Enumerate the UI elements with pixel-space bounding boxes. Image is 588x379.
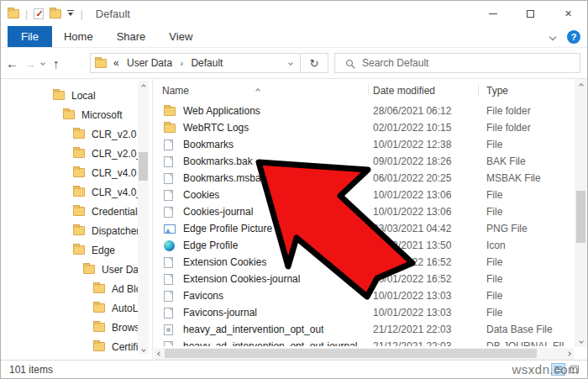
sidebar-folder-item[interactable]: Ad Block — [1, 279, 138, 298]
search-box[interactable] — [334, 53, 580, 73]
column-header-date-modified[interactable]: Date modified — [373, 85, 435, 97]
sidebar-folder-item[interactable]: CLR_v4.0_32 — [1, 182, 138, 202]
folder-icon — [73, 187, 85, 197]
column-header-name[interactable]: Name — [162, 85, 189, 97]
vertical-scrollbar-thumb[interactable] — [576, 191, 585, 243]
sidebar-folder-item[interactable]: CLR_v2.0_32 — [1, 144, 138, 163]
sidebar-scrollbar-thumb[interactable] — [139, 152, 148, 181]
sidebar-folder-item[interactable]: Certifica — [1, 337, 138, 356]
file-name: heavy_ad_intervention_opt_out-journal — [183, 340, 358, 346]
file-row[interactable]: Extension Cookies-journal 10/01/2022 16:… — [154, 271, 575, 287]
breadcrumb-user-data[interactable]: User Data — [127, 57, 172, 69]
file-icon-cell — [164, 156, 177, 167]
file-name: Favicons — [183, 290, 223, 302]
file-date-modified: 10/01/2022 13:03 — [373, 307, 451, 318]
breadcrumb-overflow[interactable]: « — [113, 57, 119, 69]
file-date-modified: 06/01/2022 20:25 — [373, 172, 451, 184]
folder-icon — [73, 226, 85, 235]
sidebar-folder-item[interactable]: Credentials — [1, 202, 138, 221]
scroll-left-icon[interactable] — [154, 348, 165, 360]
address-dropdown-icon[interactable] — [288, 61, 293, 66]
file-icon-cell — [164, 139, 177, 150]
file-row[interactable]: Web Applications 28/06/2021 06:12 File f… — [154, 103, 575, 119]
column-header-type[interactable]: Type — [486, 85, 508, 97]
refresh-icon[interactable]: ↻ — [301, 54, 328, 72]
horizontal-scrollbar[interactable] — [154, 348, 574, 360]
scroll-up-icon[interactable] — [575, 80, 586, 91]
file-row[interactable]: Edge Profile Picture 23/03/2021 04:42 PN… — [154, 220, 575, 237]
file-row[interactable]: Favicons-journal 10/01/2022 13:03 File — [154, 304, 575, 321]
maximize-button[interactable] — [512, 1, 549, 26]
file-row[interactable]: Edge Profile 23/03/2021 13:50 Icon — [154, 237, 575, 254]
file-name: heavy_ad_intervention_opt_out — [183, 324, 323, 335]
tree-item-label: Edge — [92, 245, 115, 256]
file-name: Extension Cookies-journal — [183, 273, 300, 285]
file-file-icon — [164, 257, 173, 268]
file-icon-cell — [164, 124, 177, 133]
current-folder-icon — [95, 59, 107, 68]
vertical-scrollbar[interactable] — [575, 79, 587, 347]
sidebar-folder-item[interactable]: User Data — [1, 260, 138, 279]
folder-icon — [83, 265, 95, 274]
close-button[interactable]: × — [549, 1, 587, 26]
sidebar-scrollbar[interactable] — [138, 81, 149, 355]
address-box[interactable]: « User Data › Default ↻ — [90, 53, 328, 73]
tab-home[interactable]: Home — [52, 26, 105, 47]
back-icon[interactable]: ← — [6, 57, 18, 70]
sidebar-folder-item[interactable]: CLR_v4.0 — [1, 163, 138, 182]
horizontal-scrollbar-thumb[interactable] — [165, 349, 537, 358]
file-row[interactable]: heavy_ad_intervention_opt_out 21/12/2021… — [154, 321, 575, 338]
recent-locations-icon[interactable] — [40, 61, 45, 66]
minimize-button[interactable] — [474, 1, 512, 26]
sidebar-folder-item[interactable]: Microsoft — [1, 105, 138, 124]
file-row[interactable]: WebRTC Logs 02/01/2022 10:15 File folder — [154, 119, 575, 136]
up-icon[interactable]: ↑ — [53, 57, 60, 70]
tree-item-label: Browser — [112, 322, 138, 334]
file-icon-cell — [164, 324, 177, 335]
file-row[interactable]: Cookies 10/01/2022 13:06 File — [154, 187, 575, 203]
file-type: File — [486, 189, 502, 201]
file-row[interactable]: Bookmarks.msbak 06/01/2022 20:25 MSBAK F… — [154, 170, 575, 187]
tree-item-label: Microsoft — [81, 109, 123, 121]
file-date-modified: 10/01/2022 16:52 — [373, 256, 451, 268]
tab-view[interactable]: View — [157, 26, 204, 47]
file-date-modified: 23/03/2021 13:50 — [373, 240, 451, 251]
properties-qat-icon[interactable] — [34, 8, 44, 19]
sidebar-folder-item[interactable]: Edge — [1, 240, 138, 260]
sidebar-folder-item[interactable]: AutoLaunch — [1, 298, 138, 318]
sidebar-folder-item[interactable]: Local — [1, 86, 138, 105]
file-row[interactable]: Bookmarks 10/01/2022 12:38 File — [154, 136, 575, 153]
sidebar-scroll-down-icon[interactable] — [138, 344, 149, 355]
scroll-down-icon[interactable] — [575, 335, 586, 346]
scroll-right-icon[interactable] — [563, 348, 574, 360]
search-input[interactable] — [360, 56, 528, 70]
file-icon-cell — [164, 257, 177, 268]
file-row[interactable]: Favicons 10/01/2022 13:03 File — [154, 287, 575, 304]
folder-icon — [93, 342, 105, 351]
sidebar-folder-item[interactable]: Browser — [1, 318, 138, 337]
file-row[interactable]: Extension Cookies 10/01/2022 16:52 File — [154, 254, 575, 271]
new-folder-qat-icon[interactable] — [50, 9, 61, 18]
file-file-icon — [164, 156, 173, 167]
forward-icon[interactable]: → — [24, 57, 36, 70]
tree-item-label: Certifica — [112, 341, 138, 353]
folder-icon — [73, 168, 85, 177]
tab-file[interactable]: File — [8, 26, 52, 47]
file-date-modified: 10/01/2022 13:06 — [373, 206, 451, 218]
file-date-modified: 09/01/2022 18:26 — [373, 155, 451, 167]
expand-ribbon-icon[interactable] — [549, 34, 556, 40]
sidebar-scroll-up-icon[interactable] — [138, 81, 149, 92]
customize-qat-dropdown-icon[interactable] — [67, 10, 74, 17]
sidebar-folder-item[interactable]: CLR_v2.0 — [1, 124, 138, 144]
column-divider[interactable] — [478, 84, 479, 97]
sidebar-folder-item[interactable]: Dispatcher — [1, 221, 138, 240]
column-divider[interactable] — [368, 84, 369, 97]
help-icon[interactable]: ? — [567, 30, 580, 44]
file-row[interactable]: Cookies-journal 10/01/2022 13:06 File — [154, 203, 575, 220]
file-name: Cookies — [183, 189, 219, 201]
file-row[interactable]: Bookmarks.bak 09/01/2022 18:26 BAK File — [154, 153, 575, 170]
file-row[interactable]: heavy_ad_intervention_opt_out-journal 21… — [154, 338, 575, 346]
breadcrumb-default[interactable]: Default — [191, 57, 223, 69]
tab-share[interactable]: Share — [105, 26, 158, 47]
titlebar-separator: | — [25, 8, 28, 20]
